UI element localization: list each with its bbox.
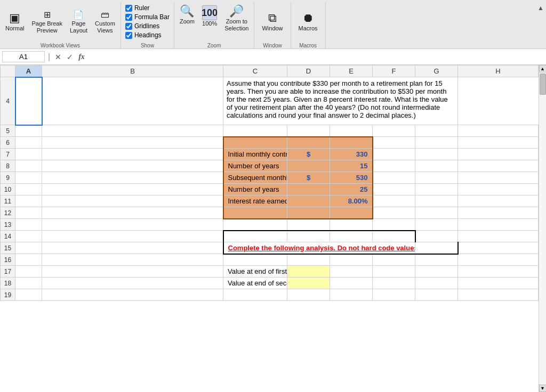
cell-c8[interactable]: Number of years [223, 160, 287, 172]
cell-f7[interactable] [373, 149, 415, 160]
cell-e5[interactable] [330, 125, 373, 137]
cell-e17[interactable] [330, 266, 373, 277]
cell-e18[interactable] [330, 277, 373, 289]
cell-e9[interactable]: 530 [330, 172, 373, 184]
cell-h11[interactable] [458, 195, 539, 207]
cell-b6[interactable] [42, 137, 223, 149]
cell-f5[interactable] [373, 125, 415, 137]
col-header-h[interactable]: H [458, 66, 539, 77]
cell-c19[interactable] [223, 289, 287, 301]
cell-g7[interactable] [415, 149, 458, 160]
cell-e6[interactable] [330, 137, 373, 149]
col-header-e[interactable]: E [330, 66, 373, 77]
cell-c6[interactable] [223, 137, 287, 149]
cell-g8[interactable] [415, 160, 458, 172]
cell-d8[interactable] [287, 160, 330, 172]
cell-f10[interactable] [373, 184, 415, 195]
cell-d10[interactable] [287, 184, 330, 195]
cell-e10[interactable]: 25 [330, 184, 373, 195]
cell-d13[interactable] [287, 219, 330, 231]
page-break-preview-button[interactable]: ⊞ Page Break Preview [28, 3, 65, 42]
cell-a10[interactable] [15, 184, 42, 195]
cell-g9[interactable] [415, 172, 458, 184]
cell-a7[interactable] [15, 149, 42, 160]
cell-h7[interactable] [458, 149, 539, 160]
cell-h19[interactable] [458, 289, 539, 301]
cell-f16[interactable] [373, 254, 415, 266]
cell-h12[interactable] [458, 207, 539, 219]
cell-b14[interactable] [42, 231, 223, 242]
cell-e16[interactable] [330, 254, 373, 266]
macros-button[interactable]: ⏺ Macros [295, 10, 321, 34]
confirm-entry-button[interactable]: ✓ [65, 52, 75, 62]
cell-h5[interactable] [458, 125, 539, 137]
col-header-g[interactable]: G [415, 66, 458, 77]
cell-g14[interactable] [415, 231, 458, 242]
cell-g18[interactable] [415, 277, 458, 289]
cell-b17[interactable] [42, 266, 223, 277]
cancel-entry-button[interactable]: ✕ [53, 52, 63, 62]
cell-e7[interactable]: 330 [330, 149, 373, 160]
cell-f8[interactable] [373, 160, 415, 172]
cell-c12[interactable] [223, 207, 287, 219]
cell-a12[interactable] [15, 207, 42, 219]
cell-f19[interactable] [373, 289, 415, 301]
cell-b18[interactable] [42, 277, 223, 289]
cell-h6[interactable] [458, 137, 539, 149]
cell-f11[interactable] [373, 195, 415, 207]
cell-d19[interactable] [287, 289, 330, 301]
cell-b7[interactable] [42, 149, 223, 160]
cell-d9[interactable]: $ [287, 172, 330, 184]
scroll-down-arrow[interactable]: ▼ [539, 385, 547, 392]
cell-h8[interactable] [458, 160, 539, 172]
cell-c18[interactable]: Value at end of second set of contributi… [223, 277, 287, 289]
ruler-checkbox[interactable] [125, 5, 132, 12]
cell-c11[interactable]: Interest rate earned [223, 195, 287, 207]
cell-b8[interactable] [42, 160, 223, 172]
cell-b19[interactable] [42, 289, 223, 301]
insert-function-button[interactable]: fx [77, 52, 86, 62]
col-header-b[interactable]: B [42, 66, 223, 77]
cell-a19[interactable] [15, 289, 42, 301]
cell-d7[interactable]: $ [287, 149, 330, 160]
cell-f14[interactable] [373, 231, 415, 242]
col-header-a[interactable]: A [15, 66, 42, 77]
col-header-d[interactable]: D [287, 66, 330, 77]
cell-c10[interactable]: Number of years [223, 184, 287, 195]
cell-reference-input[interactable] [2, 51, 45, 62]
cell-f12[interactable] [373, 207, 415, 219]
cell-b4[interactable] [42, 77, 223, 125]
zoom-100-button[interactable]: 100 100% [199, 3, 220, 29]
cell-h13[interactable] [458, 219, 539, 231]
cell-d12[interactable] [287, 207, 330, 219]
cell-f18[interactable] [373, 277, 415, 289]
formula-bar-checkbox-row[interactable]: Formula Bar [125, 13, 170, 21]
col-header-f[interactable]: F [373, 66, 415, 77]
cell-g11[interactable] [415, 195, 458, 207]
cell-e8[interactable]: 15 [330, 160, 373, 172]
cell-e11[interactable]: 8.00% [330, 195, 373, 207]
cell-g15[interactable] [415, 242, 458, 254]
ruler-checkbox-row[interactable]: Ruler [125, 4, 170, 12]
formula-input[interactable] [89, 53, 544, 61]
headings-checkbox[interactable] [125, 32, 132, 39]
cell-a14[interactable] [15, 231, 42, 242]
cell-e12[interactable] [330, 207, 373, 219]
page-layout-button[interactable]: 📄 Page Layout [67, 3, 91, 42]
cell-c16[interactable] [223, 254, 287, 266]
cell-g19[interactable] [415, 289, 458, 301]
cell-a17[interactable] [15, 266, 42, 277]
cell-g10[interactable] [415, 184, 458, 195]
cell-d18[interactable] [287, 277, 330, 289]
cell-a8[interactable] [15, 160, 42, 172]
scroll-track[interactable] [539, 72, 546, 385]
cell-d17[interactable] [287, 266, 330, 277]
cell-g16[interactable] [415, 254, 458, 266]
cell-c17[interactable]: Value at end of first set of contributio… [223, 266, 287, 277]
ribbon-collapse[interactable]: ▲ [535, 2, 546, 48]
cell-f17[interactable] [373, 266, 415, 277]
cell-h15[interactable] [458, 242, 539, 254]
cell-g17[interactable] [415, 266, 458, 277]
cell-h16[interactable] [458, 254, 539, 266]
cell-a4[interactable] [15, 77, 42, 125]
